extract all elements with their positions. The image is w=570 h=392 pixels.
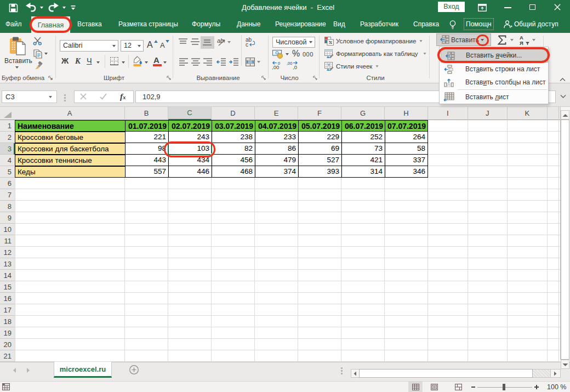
svg-text:,00: ,00 [272,64,279,70]
svg-text:Я: Я [520,40,523,46]
svg-text:,00: ,00 [287,61,292,66]
svg-text:c: c [246,42,248,47]
svg-text:,0: ,0 [293,64,297,70]
